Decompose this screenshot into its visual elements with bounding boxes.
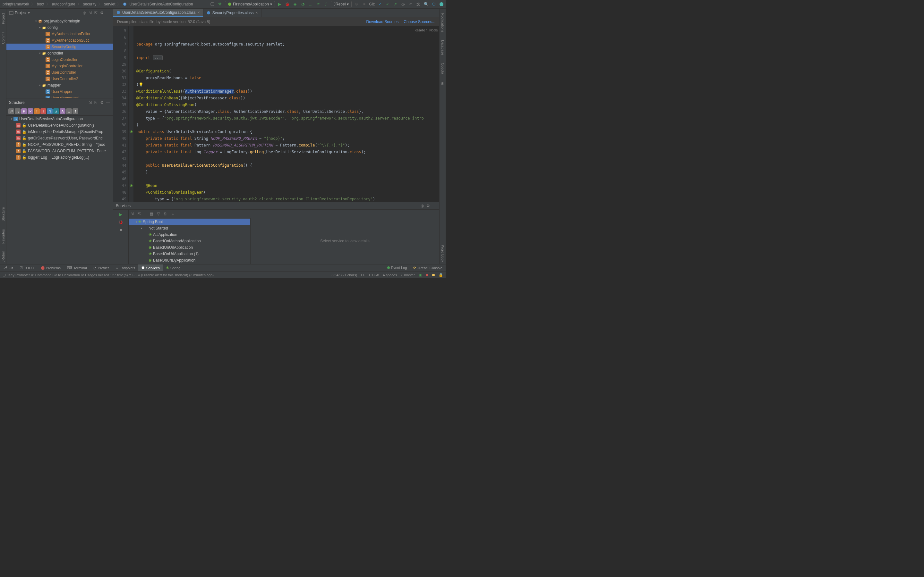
- vcs-rollback-icon[interactable]: ↶: [408, 1, 414, 7]
- filter-f-icon[interactable]: f: [34, 108, 40, 114]
- project-tab[interactable]: Project: [1, 11, 6, 26]
- svc-run-button[interactable]: ▶: [118, 211, 124, 218]
- tree-row[interactable]: CUserMapper: [6, 89, 113, 95]
- locate-icon[interactable]: ◎: [83, 11, 87, 15]
- favorites-tab[interactable]: Favorites: [1, 227, 6, 245]
- codota-icon[interactable]: [439, 1, 444, 7]
- tree-row[interactable]: m🔒UserDetailsServiceAutoConfiguration(): [6, 122, 113, 129]
- code-area[interactable]: 5678929303132333435363738394041424344454…: [113, 26, 439, 202]
- reader-mode-badge[interactable]: Reader Mode: [415, 27, 438, 34]
- cursor-position[interactable]: 33:43 (21 chars): [331, 273, 357, 277]
- tree-row[interactable]: ▾📁mapper: [6, 82, 113, 89]
- expand-icon[interactable]: ⇲: [89, 100, 93, 105]
- expand-icon[interactable]: ⇲: [131, 211, 135, 216]
- vcs-update-icon[interactable]: ✓: [377, 1, 383, 7]
- git-branch[interactable]: ᚼ master: [401, 273, 415, 277]
- tree-row[interactable]: CUserController: [6, 69, 113, 76]
- jrebel-selector[interactable]: JRebel ▾: [331, 1, 352, 7]
- group-icon[interactable]: ▦: [150, 211, 154, 216]
- filter-a-icon[interactable]: A: [60, 108, 65, 114]
- gear-icon[interactable]: ⚙: [100, 100, 105, 105]
- profile-button[interactable]: ◔: [300, 1, 306, 7]
- jrebel-console-tab[interactable]: ⟳JRebel Console: [410, 266, 446, 270]
- tree-row[interactable]: CUserMapper.xml: [6, 95, 113, 98]
- tree-row[interactable]: CMyAuthenticationFailur: [6, 31, 113, 37]
- tree-row[interactable]: ❀BasedOnUrlApplication: [129, 244, 250, 251]
- endpoints-tab[interactable]: ⊕Endpoints: [112, 264, 139, 271]
- download-sources-link[interactable]: Download Sources: [367, 19, 399, 24]
- filter-i-icon[interactable]: I: [40, 108, 46, 114]
- notifications-tab[interactable]: Notifications: [440, 11, 445, 34]
- tree-row[interactable]: f🔒logger: Log = LogFactory.getLog(...): [6, 154, 113, 161]
- run-config-selector[interactable]: FirstdemoApplication ▾: [225, 1, 275, 7]
- git-tab[interactable]: ⎇Git: [0, 264, 16, 271]
- editor-tab[interactable]: UserDetailsServiceAutoConfiguration.clas…: [113, 9, 204, 17]
- jrebel-debug-icon[interactable]: ⤴: [323, 1, 329, 7]
- tree-row[interactable]: CLoginController: [6, 56, 113, 63]
- svc-debug-button[interactable]: 🐞: [118, 219, 124, 225]
- tree-row[interactable]: CMyAuthenticationSucc: [6, 37, 113, 44]
- collapse-icon[interactable]: ⇱: [137, 211, 142, 216]
- chevron-down-icon[interactable]: ▾: [28, 11, 30, 15]
- indent[interactable]: 4 spaces: [383, 273, 397, 277]
- close-icon[interactable]: ×: [198, 10, 200, 15]
- indexing-dot-icon[interactable]: [432, 274, 435, 276]
- line-gutter[interactable]: 5678929303132333435363738394041424344454…: [113, 26, 129, 202]
- crumb[interactable]: servlet: [103, 2, 116, 6]
- crumb[interactable]: autoconfigure: [51, 2, 77, 6]
- attach-button[interactable]: …: [308, 1, 313, 7]
- commit-tab[interactable]: Commit: [1, 30, 6, 46]
- filter-m-icon[interactable]: ⨅: [47, 108, 53, 114]
- encoding[interactable]: UTF-8: [369, 273, 379, 277]
- sort-alpha-icon[interactable]: ↓ª: [8, 108, 14, 114]
- crumb[interactable]: UserDetailsServiceAutoConfiguration: [128, 2, 194, 6]
- crumb[interactable]: C: [121, 2, 128, 6]
- todo-tab[interactable]: ☑TODO: [16, 264, 37, 271]
- filter-lambda-icon[interactable]: λ: [53, 108, 59, 114]
- stop-icon[interactable]: ⊘: [354, 1, 359, 7]
- tree-row[interactable]: ▾CUserDetailsServiceAutoConfiguration: [6, 116, 113, 122]
- profiler-tab[interactable]: ◔Profiler: [90, 264, 112, 271]
- event-log-tab[interactable]: Event Log: [384, 266, 410, 269]
- tree-row[interactable]: ▾📁controller: [6, 50, 113, 56]
- coverage-button[interactable]: ◈: [292, 1, 298, 7]
- tree-row[interactable]: ▾❀Spring Boot: [129, 219, 250, 225]
- tree-row[interactable]: f🔒NOOP_PASSWORD_PREFIX: String = "{noo: [6, 141, 113, 148]
- tree-row[interactable]: f🔒PASSWORD_ALGORITHM_PATTERN: Patte: [6, 148, 113, 154]
- thread-icon[interactable]: ⎘: [164, 211, 168, 216]
- hide-icon[interactable]: —: [432, 203, 437, 208]
- tree-row[interactable]: ▾📦org.javaboy.formlogin: [6, 18, 113, 24]
- status-message[interactable]: Key Promoter X: Command Go to Declaratio…: [8, 273, 214, 277]
- hide-icon[interactable]: —: [106, 11, 110, 15]
- tree-row[interactable]: CMyLoginController: [6, 63, 113, 69]
- svc-stop-button[interactable]: ■: [118, 227, 124, 233]
- debug-button[interactable]: 🐞: [284, 1, 290, 7]
- filter-p-icon[interactable]: P: [21, 108, 27, 114]
- lock-icon[interactable]: 🔒: [439, 273, 443, 277]
- autoscroll-icon[interactable]: ⤓: [66, 108, 72, 114]
- crumb[interactable]: boot: [36, 2, 45, 6]
- pause-icon[interactable]: ■: [361, 1, 367, 7]
- structure-tree[interactable]: ▾CUserDetailsServiceAutoConfigurationm🔒U…: [6, 116, 113, 264]
- collapse-icon[interactable]: ⇱: [94, 11, 99, 15]
- spring-tab[interactable]: ❀Spring: [163, 264, 184, 271]
- search-icon[interactable]: 🔍: [423, 1, 429, 7]
- tree-row[interactable]: CSecurityConfig: [6, 44, 113, 50]
- process-icon[interactable]: ▣: [419, 273, 422, 277]
- project-tree[interactable]: ▾📦org.javaboy.formlogin▾📁configCMyAuthen…: [6, 17, 113, 98]
- tool-window-icon[interactable]: ▢: [3, 273, 6, 277]
- gear-icon[interactable]: ⚙: [426, 203, 431, 208]
- tree-row[interactable]: m🔒inMemoryUserDetailsManager(SecurityPro…: [6, 129, 113, 135]
- collapse-icon[interactable]: ⇱: [94, 100, 99, 105]
- editor-tab[interactable]: SecurityProperties.class ×: [204, 9, 262, 17]
- tree-row[interactable]: CUserController2: [6, 76, 113, 82]
- ide-update-icon[interactable]: ⬡: [431, 1, 437, 7]
- database-tab[interactable]: Database: [440, 38, 445, 57]
- run-button[interactable]: ▶: [277, 1, 283, 7]
- gear-icon[interactable]: ⚙: [100, 11, 105, 15]
- jrebel-tab[interactable]: JRebel: [1, 250, 6, 264]
- crumb[interactable]: security: [82, 2, 97, 6]
- tree-row[interactable]: ❀BasedOnUrlApplication (1): [129, 251, 250, 257]
- vcs-history-icon[interactable]: ◷: [400, 1, 406, 7]
- jrebel-run-icon[interactable]: ⟳: [315, 1, 321, 7]
